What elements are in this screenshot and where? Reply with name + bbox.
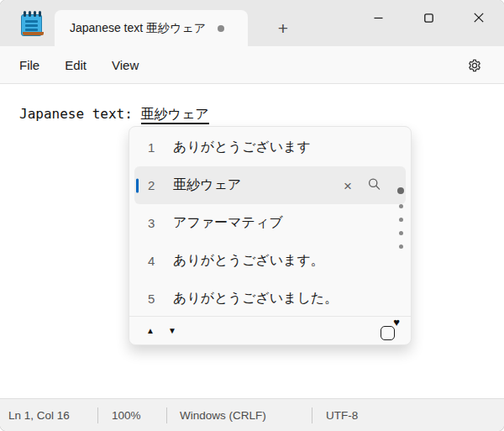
minimize-icon (374, 13, 383, 23)
notepad-icon-ring (29, 11, 31, 17)
notepad-window: Japanese text 亜紗ウェア + (0, 0, 504, 431)
notepad-icon-base (23, 32, 44, 35)
candidate-number: 3 (148, 216, 160, 230)
ime-candidate-window: 1 ありがとうございます 2 亜紗ウェア × (129, 126, 412, 345)
candidate-number: 1 (148, 140, 160, 155)
search-candidate-icon[interactable] (368, 177, 381, 193)
pager-dot (399, 204, 403, 208)
candidate-text: ありがとうございました。 (173, 290, 338, 307)
editor-text: Japanese text: (19, 106, 141, 122)
candidate-text: ありがとうございます。 (173, 252, 324, 270)
status-cursor-position: Ln 1, Col 16 (0, 409, 97, 422)
heart-icon: ♥ (393, 317, 400, 328)
page-down-button[interactable]: ▼ (161, 321, 183, 341)
candidate-text: ありがとうございます (173, 139, 311, 156)
page-up-button[interactable]: ▲ (139, 321, 161, 341)
ime-candidate-2-selected[interactable]: 2 亜紗ウェア × (134, 166, 406, 204)
emoji-favorites-button[interactable]: ♥ ♥ (379, 320, 401, 342)
minimize-button[interactable] (353, 0, 403, 35)
ime-composition-text: 亜紗ウェア (141, 106, 209, 124)
close-icon (474, 13, 484, 23)
candidate-number: 4 (148, 254, 160, 268)
ime-candidate-list: 1 ありがとうございます 2 亜紗ウェア × (129, 129, 411, 318)
status-zoom-level[interactable]: 100% (98, 409, 166, 422)
ime-candidate-1[interactable]: 1 ありがとうございます (129, 129, 411, 166)
status-encoding[interactable]: UTF-8 (312, 409, 504, 422)
notepad-icon-ring (34, 11, 36, 17)
text-editor[interactable]: Japanese text: 亜紗ウェア 1 ありがとうございます 2 亜紗ウェ… (0, 84, 504, 397)
menu-view[interactable]: View (99, 52, 151, 78)
close-button[interactable] (454, 0, 504, 35)
tab-title: Japanese text 亜紗ウェア (70, 21, 206, 36)
selection-accent-bar (136, 178, 139, 192)
notepad-icon-ring (39, 11, 41, 17)
ime-candidate-5[interactable]: 5 ありがとうございました。 (129, 280, 411, 318)
pager-dot (399, 218, 403, 222)
editor-text-line: Japanese text: 亜紗ウェア (19, 106, 209, 124)
notepad-icon-line (25, 20, 38, 23)
pager-dot (399, 244, 403, 249)
ime-page-indicator (396, 187, 405, 249)
candidate-number: 5 (148, 292, 160, 306)
notepad-app-icon (20, 11, 43, 39)
tab-japanese-text[interactable]: Japanese text 亜紗ウェア (55, 10, 248, 46)
menubar: File Edit View (0, 46, 504, 84)
unsaved-indicator-icon (218, 25, 224, 32)
maximize-button[interactable] (403, 0, 454, 35)
ime-footer: ▲ ▼ ♥ ♥ (129, 316, 411, 344)
notepad-icon-line (25, 24, 38, 27)
titlebar: Japanese text 亜紗ウェア + (0, 0, 504, 46)
gear-icon (467, 58, 482, 73)
triangle-up-icon: ▲ (146, 326, 155, 335)
pager-dot-current (397, 187, 404, 194)
dismiss-candidate-icon[interactable]: × (344, 178, 352, 192)
candidate-number: 2 (148, 178, 160, 192)
status-line-ending[interactable]: Windows (CRLF) (167, 409, 312, 422)
triangle-down-icon: ▼ (168, 326, 176, 335)
statusbar: Ln 1, Col 16 100% Windows (CRLF) UTF-8 (0, 398, 504, 431)
pager-dot (399, 231, 403, 235)
menu-edit[interactable]: Edit (52, 52, 99, 78)
candidate-text: アファーマティブ (173, 214, 283, 232)
menu-file[interactable]: File (7, 52, 52, 78)
window-controls (353, 0, 504, 35)
ime-candidate-3[interactable]: 3 アファーマティブ (129, 204, 411, 242)
settings-button[interactable] (457, 52, 492, 79)
notepad-icon-ring (24, 11, 26, 17)
ime-candidate-4[interactable]: 4 ありがとうございます。 (129, 242, 411, 280)
new-tab-button[interactable]: + (267, 15, 299, 42)
notepad-icon-body (21, 14, 42, 36)
maximize-icon (424, 13, 433, 23)
notepad-icon-line (25, 29, 38, 31)
candidate-text: 亜紗ウェア (173, 176, 241, 194)
